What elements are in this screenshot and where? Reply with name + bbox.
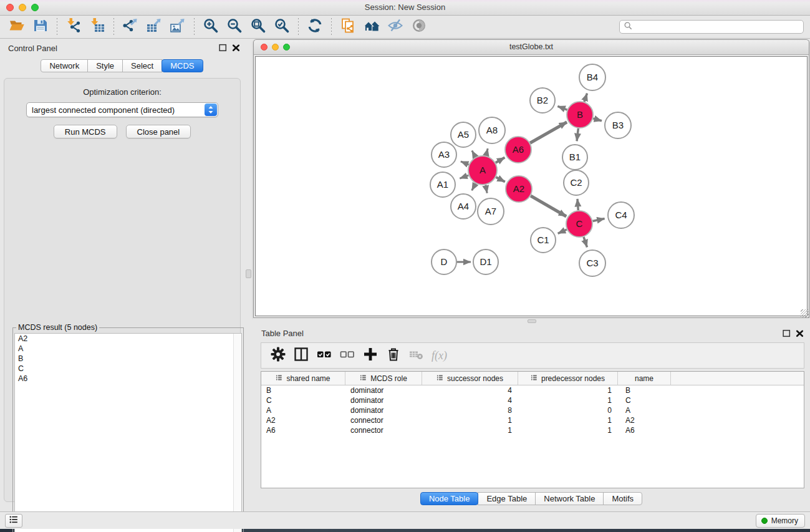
graph-node-B[interactable]: B bbox=[567, 102, 593, 128]
table-cell[interactable]: B bbox=[261, 385, 345, 395]
column-header-name[interactable]: name bbox=[618, 372, 671, 385]
graph-node-C2[interactable]: C2 bbox=[564, 170, 589, 195]
tab-network[interactable]: Network bbox=[41, 59, 88, 72]
column-header-shared-name[interactable]: shared name bbox=[261, 372, 345, 385]
table-cell[interactable]: A bbox=[261, 405, 345, 415]
zoom-in-button[interactable] bbox=[199, 17, 223, 36]
graph-node-A5[interactable]: A5 bbox=[451, 122, 476, 147]
table-cell[interactable]: 0 bbox=[518, 405, 618, 415]
search-input[interactable] bbox=[635, 22, 799, 31]
table-cell[interactable]: 1 bbox=[518, 395, 618, 405]
table-cell[interactable]: dominator bbox=[345, 405, 422, 415]
save-session-button[interactable] bbox=[29, 17, 52, 36]
zoom-fit-button[interactable] bbox=[246, 17, 270, 36]
hide-panels-button[interactable] bbox=[383, 17, 407, 36]
vertical-splitter-handle[interactable] bbox=[246, 269, 251, 278]
edge-C-C4[interactable] bbox=[593, 219, 605, 221]
graph-node-A6[interactable]: A6 bbox=[505, 137, 531, 163]
graph-node-A1[interactable]: A1 bbox=[430, 172, 455, 197]
graph-node-C4[interactable]: C4 bbox=[608, 202, 634, 228]
edge-B-B1[interactable] bbox=[577, 128, 578, 141]
float-panel-icon[interactable] bbox=[218, 43, 228, 52]
add-column-button[interactable] bbox=[359, 346, 382, 365]
import-network-button[interactable] bbox=[62, 17, 85, 36]
edge-A-A3[interactable] bbox=[461, 162, 469, 165]
edge-A-A1[interactable] bbox=[460, 175, 468, 178]
graph-node-D1[interactable]: D1 bbox=[473, 249, 498, 274]
mcds-result-item[interactable]: B bbox=[15, 354, 241, 364]
mcds-result-item[interactable]: A2 bbox=[15, 334, 241, 344]
table-tab-network-table[interactable]: Network Table bbox=[535, 492, 604, 505]
graph-node-B1[interactable]: B1 bbox=[562, 145, 587, 170]
split-view-button[interactable] bbox=[289, 346, 312, 365]
table-cell[interactable]: 1 bbox=[518, 385, 618, 395]
graph-node-A2[interactable]: A2 bbox=[506, 176, 532, 202]
run-mcds-button[interactable]: Run MCDS bbox=[54, 125, 117, 138]
column-header-successor-nodes[interactable]: successor nodes bbox=[422, 372, 518, 385]
import-table-button[interactable] bbox=[85, 17, 109, 36]
edge-A-A7[interactable] bbox=[486, 185, 488, 193]
table-cell[interactable]: C bbox=[618, 395, 671, 405]
graph-node-C3[interactable]: C3 bbox=[579, 250, 605, 276]
table-tab-motifs[interactable]: Motifs bbox=[603, 492, 642, 505]
graph-node-A[interactable]: A bbox=[468, 156, 497, 185]
column-header-predecessor-nodes[interactable]: predecessor nodes bbox=[518, 372, 618, 385]
edge-A6-B[interactable] bbox=[530, 122, 567, 143]
edge-C-C1[interactable] bbox=[558, 230, 567, 233]
graph-node-C[interactable]: C bbox=[566, 211, 592, 237]
show-eye-button[interactable] bbox=[407, 17, 431, 36]
export-table-button[interactable] bbox=[142, 17, 166, 36]
edge-B-B2[interactable] bbox=[557, 106, 567, 110]
criterion-dropdown[interactable]: largest connected component (directed) bbox=[26, 102, 218, 117]
graph-node-A8[interactable]: A8 bbox=[479, 117, 505, 143]
deselect-all-button[interactable] bbox=[335, 346, 359, 365]
table-cell[interactable]: A6 bbox=[261, 425, 345, 435]
table-cell[interactable]: A2 bbox=[618, 415, 671, 425]
table-cell[interactable]: C bbox=[261, 395, 345, 405]
settings-button[interactable] bbox=[266, 346, 289, 365]
zoom-selected-button[interactable] bbox=[270, 17, 294, 36]
graph-node-C1[interactable]: C1 bbox=[531, 228, 556, 253]
table-cell[interactable]: connector bbox=[345, 415, 422, 425]
graph-node-B3[interactable]: B3 bbox=[605, 112, 631, 138]
table-cell[interactable]: dominator bbox=[345, 395, 422, 405]
window-resize-grip[interactable] bbox=[801, 309, 809, 317]
table-cell[interactable]: 4 bbox=[422, 395, 518, 405]
edge-A-A8[interactable] bbox=[486, 148, 488, 155]
table-row-A2[interactable]: A2connector11A2 bbox=[261, 415, 804, 425]
edge-A-A4[interactable] bbox=[472, 183, 476, 190]
graph-node-A4[interactable]: A4 bbox=[451, 194, 476, 219]
table-cell[interactable]: connector bbox=[345, 425, 422, 435]
copy-view-button[interactable] bbox=[336, 17, 360, 36]
horizontal-splitter[interactable] bbox=[253, 318, 810, 324]
table-row-A[interactable]: Adominator80A bbox=[261, 405, 804, 415]
refresh-button[interactable] bbox=[303, 17, 327, 36]
edge-B-B4[interactable] bbox=[584, 94, 587, 102]
table-cell[interactable]: A6 bbox=[618, 425, 671, 435]
table-cell[interactable]: 1 bbox=[422, 415, 518, 425]
graph-node-A3[interactable]: A3 bbox=[432, 142, 456, 167]
table-cell[interactable]: dominator bbox=[345, 385, 422, 395]
table-row-B[interactable]: Bdominator41B bbox=[261, 385, 804, 395]
float-panel-icon[interactable] bbox=[782, 329, 791, 338]
export-image-button[interactable] bbox=[166, 17, 190, 36]
graph-node-B4[interactable]: B4 bbox=[579, 64, 605, 90]
open-session-button[interactable] bbox=[5, 17, 29, 36]
export-network-button[interactable] bbox=[118, 17, 142, 36]
graph-node-D[interactable]: D bbox=[432, 249, 456, 274]
close-panel-button[interactable]: Close panel bbox=[126, 125, 191, 138]
column-header-MCDS-role[interactable]: MCDS role bbox=[345, 372, 422, 385]
tab-select[interactable]: Select bbox=[122, 59, 162, 72]
home-button[interactable] bbox=[360, 17, 383, 36]
table-cell[interactable]: A2 bbox=[261, 415, 345, 425]
result-scrollbar[interactable] bbox=[233, 334, 241, 532]
edge-A-A5[interactable] bbox=[472, 151, 476, 157]
delete-column-button[interactable] bbox=[382, 346, 405, 365]
table-cell[interactable]: 1 bbox=[518, 425, 618, 435]
horizontal-splitter-handle[interactable] bbox=[528, 319, 536, 323]
network-canvas[interactable]: B4B2BB3A5A8A6A3B1AA1C2A2A4A7C4CC1C3DD1 bbox=[255, 56, 808, 316]
table-row-C[interactable]: Cdominator41C bbox=[261, 395, 804, 405]
edge-A-A2[interactable] bbox=[496, 177, 505, 182]
table-cell[interactable]: 4 bbox=[422, 385, 518, 395]
task-history-button[interactable] bbox=[5, 514, 22, 528]
